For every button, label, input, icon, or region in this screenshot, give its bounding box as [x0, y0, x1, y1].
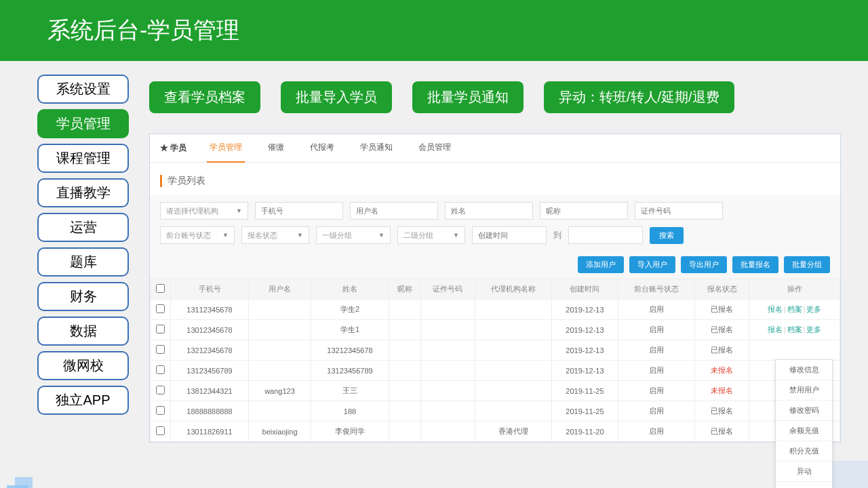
dropdown-item-2[interactable]: 修改密码	[776, 401, 832, 421]
op-enroll[interactable]: 报名	[768, 305, 783, 313]
name-input[interactable]	[445, 202, 533, 220]
sidebar-item-2[interactable]: 课程管理	[37, 144, 129, 173]
column-header-10: 操作	[749, 279, 840, 300]
action-button-2[interactable]: 批量学员通知	[412, 81, 524, 113]
cell	[249, 340, 311, 361]
chevron-down-icon: ▼	[453, 232, 459, 239]
cell: 学生1	[311, 320, 389, 340]
sidebar-item-5[interactable]: 题库	[37, 247, 129, 277]
cell	[389, 401, 421, 422]
sidebar-item-9[interactable]: 独立APP	[37, 386, 129, 415]
page-title: 系统后台-学员管理	[47, 15, 239, 46]
cell: 2019-12-13	[551, 320, 618, 340]
cell: 2019-12-13	[551, 300, 618, 320]
cell	[420, 422, 475, 442]
dropdown-item-0[interactable]: 修改信息	[776, 360, 832, 380]
row-checkbox[interactable]	[156, 304, 165, 313]
bulk-button-3[interactable]: 批量报名	[732, 256, 778, 273]
table-row: 13112345678学生22019-12-13启用已报名报名|档案|更多	[151, 300, 840, 320]
op-archive[interactable]: 档案	[787, 305, 802, 313]
cell: 2019-11-25	[551, 401, 618, 422]
cell: 启用	[618, 361, 695, 381]
dropdown-item-3[interactable]: 余额充值	[776, 421, 832, 441]
cell	[475, 340, 551, 361]
cell	[420, 361, 475, 381]
op-archive[interactable]: 档案	[787, 325, 802, 333]
column-header-6: 代理机构名称	[475, 279, 551, 300]
cell: 启用	[618, 320, 695, 340]
sidebar-item-8[interactable]: 微网校	[37, 351, 129, 380]
cell: 13212345678	[171, 340, 249, 361]
phone-input[interactable]	[255, 202, 343, 220]
bulk-button-1[interactable]: 导入用户	[629, 256, 675, 273]
op-more[interactable]: 更多	[806, 305, 821, 313]
tab-4[interactable]: 会员管理	[416, 134, 454, 163]
tab-1[interactable]: 催缴	[265, 134, 287, 163]
cell	[420, 300, 475, 320]
group1-select[interactable]: 一级分组▼	[316, 226, 391, 244]
agency-select[interactable]: 请选择代理机构▼	[160, 202, 248, 220]
row-checkbox[interactable]	[156, 325, 165, 333]
cell	[389, 340, 421, 361]
tab-2[interactable]: 代报考	[307, 134, 337, 163]
table-row: 13011826911beixiaojing李俊同学香港代理2019-11-20…	[151, 422, 840, 442]
action-button-0[interactable]: 查看学员档案	[149, 81, 260, 113]
created-from-input[interactable]	[472, 226, 547, 244]
tab-0[interactable]: 学员管理	[207, 134, 245, 163]
created-to-input[interactable]	[568, 226, 643, 244]
cell	[420, 401, 475, 422]
sidebar-item-4[interactable]: 运营	[37, 213, 129, 242]
row-checkbox[interactable]	[156, 345, 165, 354]
bulk-button-4[interactable]: 批量分组	[784, 256, 830, 273]
sidebar-item-7[interactable]: 数据	[37, 317, 129, 346]
table-row: 13012345678学生12019-12-13启用已报名报名|档案|更多	[151, 320, 840, 340]
cell: 启用	[618, 340, 695, 361]
more-dropdown: 修改信息禁用用户修改密码余额充值积分充值异动约课	[775, 359, 833, 488]
row-checkbox[interactable]	[156, 406, 165, 415]
cell: 王三	[311, 381, 389, 401]
enroll-status-select[interactable]: 报名状态▼	[241, 226, 309, 244]
group2-select[interactable]: 二级分组▼	[397, 226, 465, 244]
row-checkbox[interactable]	[156, 426, 165, 435]
page-header: 系统后台-学员管理	[0, 0, 868, 61]
cert-input[interactable]	[635, 202, 723, 220]
sidebar-item-1[interactable]: 学员管理	[37, 109, 129, 138]
action-button-1[interactable]: 批量导入学员	[281, 81, 392, 113]
cell: 启用	[618, 422, 695, 442]
cell: 2019-12-13	[551, 340, 618, 361]
search-button[interactable]: 搜索	[650, 227, 684, 244]
cell: 已报名	[695, 320, 749, 340]
dropdown-item-4[interactable]: 积分充值	[776, 441, 832, 462]
sidebar-item-3[interactable]: 直播教学	[37, 178, 129, 207]
cell: 已报名	[695, 300, 749, 320]
op-more[interactable]: 更多	[806, 325, 821, 333]
front-status-select[interactable]: 前台账号状态▼	[160, 226, 235, 244]
cell: beixiaojing	[249, 422, 311, 442]
select-all-checkbox[interactable]	[156, 284, 165, 293]
cell	[249, 300, 311, 320]
nickname-input[interactable]	[540, 202, 628, 220]
action-buttons-row: 查看学员档案批量导入学员批量学员通知异动：转班/转人/延期/退费	[149, 81, 841, 113]
username-input[interactable]	[350, 202, 438, 220]
sidebar-item-6[interactable]: 财务	[37, 282, 129, 311]
dropdown-item-5[interactable]: 异动	[776, 462, 832, 482]
dropdown-item-6[interactable]: 约课	[776, 482, 832, 488]
cell: 已报名	[695, 340, 749, 361]
cell: 2019-11-20	[551, 422, 618, 442]
to-label: 到	[553, 230, 561, 241]
bulk-button-0[interactable]: 添加用户	[578, 256, 624, 273]
cell: 未报名	[695, 381, 749, 401]
row-checkbox[interactable]	[156, 386, 165, 394]
dropdown-item-1[interactable]: 禁用用户	[776, 380, 832, 401]
tab-3[interactable]: 学员通知	[357, 134, 395, 163]
cell	[420, 320, 475, 340]
column-header-1: 手机号	[171, 279, 249, 300]
cell: 未报名	[695, 361, 749, 381]
row-checkbox[interactable]	[156, 365, 165, 374]
column-header-9: 报名状态	[695, 279, 749, 300]
bulk-button-2[interactable]: 导出用户	[681, 256, 727, 273]
sidebar-item-0[interactable]: 系统设置	[37, 75, 129, 104]
action-button-3[interactable]: 异动：转班/转人/延期/退费	[544, 81, 734, 113]
op-enroll[interactable]: 报名	[768, 325, 783, 333]
cell	[249, 320, 311, 340]
